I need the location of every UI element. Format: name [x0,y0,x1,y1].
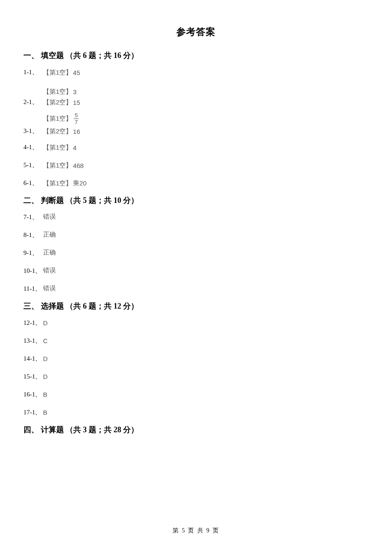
answer-line: 【第2空】 16 [43,127,80,136]
blank-label-1: 【第1空】 [43,88,72,96]
section-count: （共 6 题；共 12 分） [66,302,138,310]
footer-suffix: 页 [213,527,219,534]
fraction-value: 5 7 [74,113,78,125]
question-label: 13-1、 [23,337,43,345]
answer-row-3-1: 3-1、 【第1空】 5 7 【第2空】 16 [23,113,369,136]
answer-row-9-1: 9-1、 正确 [23,247,369,257]
fraction-numerator: 5 [74,113,78,119]
question-label: 10-1、 [23,267,43,275]
question-label: 4-1、 [23,143,43,152]
page-footer: 第 5 页 共 9 页 [0,527,392,535]
answer-row-6-1: 6-1、 【第1空】 乘20 [23,177,369,188]
question-label: 14-1、 [23,355,43,363]
blank-label-1: 【第1空】 [43,162,72,170]
answer-row-14-1: 14-1、 D [23,353,369,363]
answer-value: 正确 [43,249,56,257]
section-number: 一、 [23,51,39,60]
answer-block: 【第1空】 乘20 [43,179,86,188]
answer-line: 【第1空】 5 7 [43,113,80,125]
answer-value: C [43,337,48,344]
blank-label-2: 【第2空】 [43,98,72,107]
answer-row-2-1: 2-1、 【第1空】 3 【第2空】 15 [23,88,369,107]
section-name: 判断题 [41,196,64,205]
answer-value: 15 [73,99,80,106]
answer-value: 错误 [43,284,56,292]
page-title: 参考答案 [23,26,369,38]
answer-block: 【第1空】 3 【第2空】 15 [43,88,80,107]
question-label: 15-1、 [23,373,43,381]
question-label: 9-1、 [23,249,43,257]
answer-row-1-1: 1-1、 【第1空】 45 [23,66,369,77]
section-name: 计算题 [41,425,64,434]
question-label: 8-1、 [23,231,43,240]
answer-value: 45 [73,69,80,76]
section-heading-1: 一、 填空题 （共 6 题；共 16 分） [23,50,369,61]
answer-value: 16 [73,128,80,135]
answer-row-13-1: 13-1、 C [23,335,369,345]
section-name: 填空题 [41,51,64,60]
blank-label-1: 【第1空】 [43,69,72,77]
footer-page: 5 [182,527,186,534]
answer-row-15-1: 15-1、 D [23,371,369,381]
section-heading-4: 四、 计算题 （共 3 题；共 28 分） [23,425,369,435]
question-label: 6-1、 [23,179,43,188]
answer-value: 3 [73,88,76,95]
question-label: 2-1、 [23,98,43,107]
question-label: 11-1、 [23,285,43,293]
answer-row-12-1: 12-1、 D [23,317,369,327]
section-heading-2: 二、 判断题 （共 5 题；共 10 分） [23,195,369,205]
section-number: 三、 [23,302,39,310]
answer-block: 【第1空】 45 [43,69,80,77]
answer-line: 【第1空】 3 [43,88,80,96]
answer-row-16-1: 16-1、 B [23,389,369,399]
answer-line: 【第2空】 15 [43,98,80,107]
blank-label-2: 【第2空】 [43,127,72,136]
answer-line: 【第1空】 45 [43,69,80,77]
answer-value: 468 [73,162,84,169]
blank-label-1: 【第1空】 [43,179,72,188]
answer-line: 【第1空】 468 [43,162,84,170]
answer-value: 错误 [43,266,56,275]
answer-value: 正确 [43,231,56,239]
section-heading-3: 三、 选择题 （共 6 题；共 12 分） [23,301,369,311]
answer-value: D [43,355,48,362]
section-number: 二、 [23,196,39,205]
question-label: 1-1、 [23,68,43,77]
blank-label-1: 【第1空】 [43,144,72,152]
answer-row-8-1: 8-1、 正确 [23,229,369,240]
footer-prefix: 第 [173,527,179,534]
question-label: 12-1、 [23,319,43,327]
section-number: 四、 [23,425,39,434]
question-label: 5-1、 [23,161,43,170]
fraction-denominator: 7 [74,119,78,125]
section-count: （共 5 题；共 10 分） [66,196,138,205]
answer-row-11-1: 11-1、 错误 [23,283,369,293]
answer-row-4-1: 4-1、 【第1空】 4 [23,142,369,152]
answer-row-5-1: 5-1、 【第1空】 468 [23,159,369,170]
question-label: 7-1、 [23,213,43,222]
answer-block: 【第1空】 4 [43,144,77,152]
document-page: 参考答案 一、 填空题 （共 6 题；共 16 分） 1-1、 【第1空】 45… [0,0,392,435]
answer-value: D [43,373,48,380]
footer-total: 9 [206,527,210,534]
answer-block: 【第1空】 5 7 【第2空】 16 [43,113,80,136]
answer-block: 【第1空】 468 [43,162,84,170]
section-count: （共 3 题；共 28 分） [66,425,138,434]
section-name: 选择题 [41,302,64,310]
answer-value: B [43,409,47,416]
answer-value: D [43,319,48,327]
answer-line: 【第1空】 乘20 [43,179,86,188]
answer-row-17-1: 17-1、 B [23,407,369,417]
question-label: 17-1、 [23,408,43,417]
section-count: （共 6 题；共 16 分） [66,51,138,60]
blank-label-1: 【第1空】 [43,115,72,123]
answer-value: 错误 [43,213,56,221]
answer-value: 4 [73,144,76,151]
answer-value: B [43,391,47,398]
question-label: 16-1、 [23,390,43,399]
footer-mid: 页 共 [188,527,204,534]
answer-row-10-1: 10-1、 错误 [23,265,369,275]
question-label: 3-1、 [23,127,43,136]
answer-row-7-1: 7-1、 错误 [23,211,369,222]
answer-line: 【第1空】 4 [43,144,77,152]
